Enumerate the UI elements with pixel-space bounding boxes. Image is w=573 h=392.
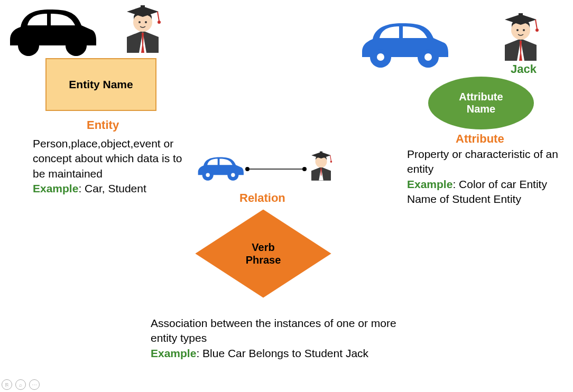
entity-example-label: Example bbox=[33, 182, 78, 194]
car-blue-icon bbox=[359, 17, 449, 70]
relation-example-label: Example bbox=[151, 347, 196, 359]
entity-box-label: Entity Name bbox=[69, 78, 133, 91]
svg-point-25 bbox=[535, 29, 539, 32]
entity-example-text: : Car, Student bbox=[78, 182, 146, 194]
attribute-example-label: Example bbox=[407, 178, 452, 190]
car-blue-small-icon bbox=[197, 153, 244, 182]
jack-label: Jack bbox=[511, 62, 537, 76]
svg-point-15 bbox=[377, 53, 384, 61]
graduate-jack-icon bbox=[497, 8, 544, 61]
relation-desc-text: Association between the instances of one… bbox=[151, 317, 396, 344]
car-black-icon bbox=[7, 3, 97, 59]
entity-title: Entity bbox=[87, 118, 119, 132]
svg-rect-23 bbox=[519, 13, 523, 17]
relation-diamond-label: VerbPhrase bbox=[246, 241, 281, 266]
svg-line-41 bbox=[330, 155, 331, 161]
svg-point-16 bbox=[424, 53, 432, 61]
relation-line bbox=[244, 164, 308, 174]
relation-example-text: : Blue Car Belongs to Student Jack bbox=[196, 347, 368, 359]
entity-description: Person,place,object,event or concept abo… bbox=[33, 136, 197, 196]
svg-rect-8 bbox=[141, 5, 145, 10]
svg-point-12 bbox=[145, 21, 147, 23]
relation-description: Association between the instances of one… bbox=[151, 316, 415, 361]
relation-diamond: VerbPhrase bbox=[205, 211, 321, 296]
svg-rect-40 bbox=[320, 152, 322, 154]
attribute-title: Attribute bbox=[456, 132, 504, 146]
svg-point-30 bbox=[206, 173, 209, 177]
svg-line-9 bbox=[158, 12, 159, 21]
entity-desc-text: Person,place,object,event or concept abo… bbox=[33, 137, 182, 180]
svg-point-10 bbox=[158, 21, 161, 24]
graduate-small-icon bbox=[307, 148, 336, 181]
svg-point-33 bbox=[245, 167, 249, 171]
svg-line-24 bbox=[535, 20, 537, 29]
svg-point-1 bbox=[68, 38, 84, 53]
svg-point-26 bbox=[516, 29, 519, 31]
relation-title: Relation bbox=[239, 191, 285, 205]
attribute-oval-label: AttributeName bbox=[459, 91, 503, 115]
bottom-toolbar: ⎘ ⌕ ⋯ bbox=[2, 379, 40, 390]
svg-point-31 bbox=[231, 173, 235, 177]
attribute-description: Property or characteristic of an entity … bbox=[407, 147, 571, 207]
toolbar-btn-2[interactable]: ⌕ bbox=[15, 379, 26, 390]
svg-point-11 bbox=[138, 21, 141, 23]
svg-point-0 bbox=[21, 38, 36, 53]
attribute-oval: AttributeName bbox=[428, 77, 534, 129]
graduate-icon bbox=[119, 0, 167, 53]
attribute-desc-text: Property or characteristic of an entity bbox=[407, 148, 558, 175]
entity-box: Entity Name bbox=[45, 58, 156, 111]
toolbar-btn-3[interactable]: ⋯ bbox=[29, 379, 40, 390]
svg-point-42 bbox=[330, 161, 332, 163]
toolbar-btn-1[interactable]: ⎘ bbox=[2, 379, 12, 390]
svg-point-27 bbox=[523, 29, 525, 31]
svg-point-34 bbox=[302, 167, 307, 171]
